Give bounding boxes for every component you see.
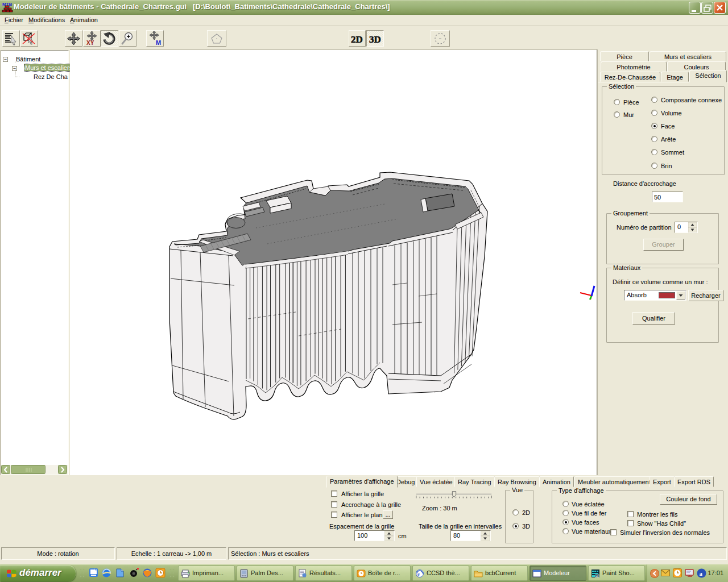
svg-text:2D: 2D bbox=[351, 34, 363, 45]
svg-text:XY: XY bbox=[86, 40, 94, 46]
svg-text:3D: 3D bbox=[369, 34, 381, 45]
svg-text:M: M bbox=[156, 39, 161, 46]
svg-text:a: a bbox=[700, 570, 703, 577]
svg-text:4: 4 bbox=[596, 575, 598, 578]
svg-text:e: e bbox=[417, 571, 420, 577]
